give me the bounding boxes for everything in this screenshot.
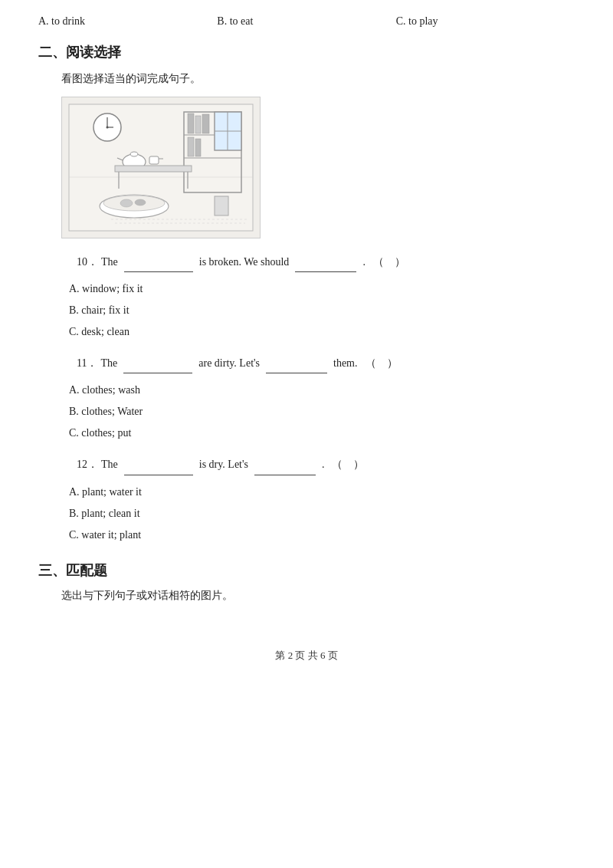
- q11-option-b: B. clothes; Water: [69, 401, 575, 422]
- top-choice-c: C. to play: [396, 15, 575, 28]
- svg-point-28: [135, 199, 146, 205]
- q11-paren: （ ）: [366, 353, 398, 373]
- q11-middle: are dirty. Let's: [198, 353, 260, 373]
- q11-option-c: C. clothes; put: [69, 422, 575, 444]
- room-image: [61, 97, 261, 238]
- q12-option-c: C. water it; plant: [69, 524, 575, 546]
- question-10-line: 10． The is broken. We should . （ ）: [77, 252, 575, 272]
- q10-middle: is broken. We should: [199, 252, 290, 271]
- svg-rect-13: [195, 139, 201, 156]
- q10-option-c: C. desk; clean: [69, 321, 575, 343]
- svg-rect-31: [215, 196, 228, 215]
- q10-the: The: [101, 252, 118, 271]
- q11-suffix: them.: [333, 353, 358, 373]
- svg-point-19: [130, 152, 138, 156]
- q11-number: 11．: [77, 353, 97, 373]
- question-10-block: 10． The is broken. We should . （ ）: [77, 252, 575, 272]
- q10-blank1: [124, 252, 193, 272]
- q12-the: The: [101, 455, 118, 474]
- q12-blank1: [124, 455, 193, 475]
- question-11-line: 11． The are dirty. Let's them. （ ）: [77, 353, 575, 373]
- q11-blank1: [123, 353, 192, 373]
- q10-blank2: [295, 252, 356, 272]
- q12-dot: .: [322, 455, 325, 474]
- q12-option-b: B. plant; clean it: [69, 503, 575, 524]
- q10-option-a: A. window; fix it: [69, 278, 575, 300]
- q10-number: 10．: [77, 252, 98, 271]
- svg-rect-12: [188, 137, 194, 156]
- q12-option-a: A. plant; water it: [69, 482, 575, 503]
- q11-options: A. clothes; wash B. clothes; Water C. cl…: [69, 380, 575, 444]
- svg-point-27: [120, 199, 133, 207]
- q12-options: A. plant; water it B. plant; clean it C.…: [69, 482, 575, 546]
- question-12-line: 12． The is dry. Let's . （ ）: [77, 455, 575, 475]
- top-choices-row: A. to drink B. to eat C. to play: [38, 15, 575, 28]
- top-choice-a: A. to drink: [38, 15, 217, 28]
- top-choice-b: B. to eat: [217, 15, 395, 28]
- question-12-block: 12． The is dry. Let's . （ ）: [77, 455, 575, 475]
- svg-rect-10: [195, 116, 201, 133]
- svg-rect-20: [149, 156, 159, 164]
- q10-paren: （ ）: [373, 252, 405, 271]
- question-11-block: 11． The are dirty. Let's them. （ ）: [77, 353, 575, 373]
- section3-title: 三、匹配题: [38, 561, 575, 580]
- q12-number: 12．: [77, 455, 98, 474]
- q12-paren: （ ）: [332, 455, 364, 474]
- svg-rect-22: [115, 166, 192, 172]
- svg-rect-9: [188, 113, 194, 133]
- section2-title: 二、阅读选择: [38, 43, 575, 61]
- q12-blank2: [254, 455, 316, 475]
- q11-the: The: [100, 353, 117, 373]
- q11-blank2: [266, 353, 327, 373]
- page-footer: 第 2 页 共 6 页: [38, 649, 575, 663]
- q10-options: A. window; fix it B. chair; fix it C. de…: [69, 278, 575, 343]
- svg-point-26: [103, 196, 165, 211]
- room-sketch-svg: [65, 100, 257, 235]
- q10-option-b: B. chair; fix it: [69, 300, 575, 321]
- q10-dot: .: [362, 252, 366, 271]
- section3-instruction: 选出与下列句子或对话相符的图片。: [61, 589, 575, 603]
- q11-option-a: A. clothes; wash: [69, 380, 575, 401]
- section2-instruction: 看图选择适当的词完成句子。: [61, 72, 575, 86]
- svg-rect-11: [202, 114, 209, 133]
- q12-middle: is dry. Let's: [199, 455, 248, 474]
